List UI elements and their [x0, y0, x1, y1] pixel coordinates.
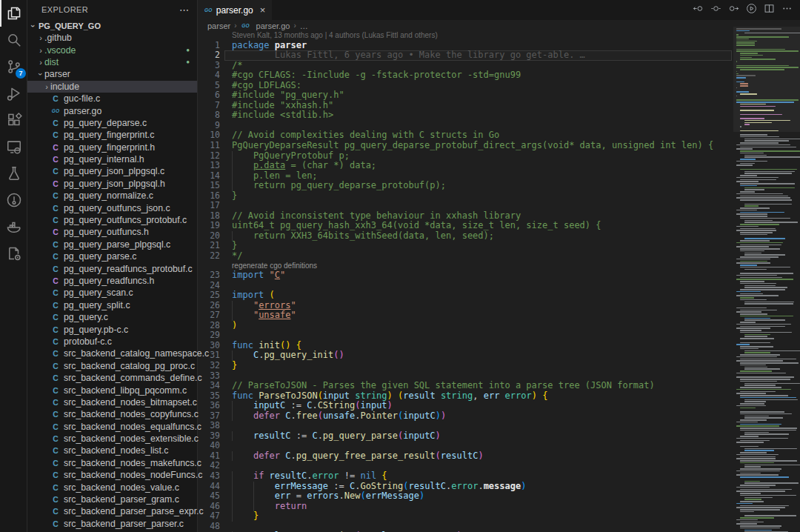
- file-item-src-backend-nodes-value-c[interactable]: ›Csrc_backend_nodes_value.c: [27, 481, 197, 493]
- minimap-line: [740, 234, 767, 236]
- item-label: pg_query_parse_plpgsql.c: [64, 239, 170, 250]
- code-line-3: 3/*: [198, 61, 733, 71]
- toggle-blame-icon[interactable]: [710, 3, 721, 17]
- code-line-5: 5#cgo LDFLAGS:: [198, 81, 733, 91]
- testing-icon[interactable]: [0, 160, 27, 187]
- file-item-src-backend-commands-define-c[interactable]: ›Csrc_backend_commands_define.c: [27, 372, 197, 384]
- minimap-line: [740, 313, 767, 315]
- explorer-header: EXPLORER ⋯: [27, 0, 197, 19]
- file-item-parser-go[interactable]: ›GOparser.go: [27, 104, 197, 116]
- minimap-line: [744, 383, 800, 385]
- file-item-src-backend-nodes-list-c[interactable]: ›Csrc_backend_nodes_list.c: [27, 445, 197, 456]
- minimap-line: [736, 487, 770, 488]
- code-line-8: 8#include <stdlib.h>: [198, 110, 733, 121]
- breadcrumb-symbol[interactable]: …: [300, 21, 308, 30]
- file-item-pg-query-parse-plpgsql-c[interactable]: ›Cpg_query_parse_plpgsql.c: [27, 239, 197, 250]
- minimap-line: [740, 522, 764, 523]
- tab-parser-go[interactable]: GO parser.go ×: [198, 0, 272, 20]
- line-number: 35: [198, 391, 220, 402]
- file-item-src-backend-nodes-extensible-c[interactable]: ›Csrc_backend_nodes_extensible.c: [27, 433, 197, 445]
- minimap-line: [740, 185, 756, 187]
- minimap[interactable]: [733, 27, 800, 532]
- file-item-pg-query-deparse-c[interactable]: ›Cpg_query_deparse.c: [27, 117, 197, 129]
- file-item-src-backend-parser-parser-c[interactable]: ›Csrc_backend_parser_parser.c: [27, 518, 197, 530]
- code-line-21: 21}: [198, 241, 733, 251]
- folder-item-parser[interactable]: ›parser: [27, 68, 197, 80]
- file-item-pg-query-outfuncs-protobuf-c[interactable]: ›Cpg_query_outfuncs_protobuf.c: [27, 214, 197, 226]
- file-item-pg-query-readfuncs-protobuf-c[interactable]: ›Cpg_query_readfuncs_protobuf.c: [27, 262, 197, 274]
- file-item-src-backend-nodes-copyfuncs-c[interactable]: ›Csrc_backend_nodes_copyfuncs.c: [27, 408, 197, 420]
- folder-item--vscode[interactable]: ›.vscode●: [27, 44, 197, 56]
- code-editor[interactable]: Steven Kalt, 13 months ago | 4 authors (…: [198, 31, 733, 532]
- file-item-pg-query-fingerprint-h[interactable]: ›Cpg_query_fingerprint.h: [27, 142, 197, 153]
- file-item-pg-query-readfuncs-h[interactable]: ›Cpg_query_readfuncs.h: [27, 275, 197, 287]
- code-line-41: 41 defer C.pg_query_free_parse_result(re…: [198, 451, 733, 462]
- file-item-pg-query-fingerprint-c[interactable]: ›Cpg_query_fingerprint.c: [27, 129, 197, 141]
- chevron-right-icon: ›: [43, 82, 50, 91]
- folder-item--github[interactable]: ›.github: [27, 32, 197, 44]
- close-icon[interactable]: ×: [260, 5, 266, 15]
- file-item-pg-query-json-plpgsql-h[interactable]: ›Cpg_query_json_plpgsql.h: [27, 178, 197, 190]
- minimap-line: [736, 442, 764, 443]
- minimap-line: [744, 189, 765, 190]
- file-item-pg-query-parse-c[interactable]: ›Cpg_query_parse.c: [27, 250, 197, 262]
- file-item-src-backend-nodes-nodefuncs-c[interactable]: ›Csrc_backend_nodes_nodeFuncs.c: [27, 469, 197, 481]
- file-item-src-backend-catalog-namespace-c[interactable]: ›Csrc_backend_catalog_namespace.c: [27, 348, 197, 359]
- extensions-icon[interactable]: [0, 107, 27, 133]
- minimap-line: [740, 505, 789, 507]
- code-line-2: 2 Lukas Fittl, 6 years ago • Make the li…: [198, 50, 733, 61]
- file-item-guc-file-c[interactable]: ›Cguc-file.c: [27, 93, 197, 104]
- split-editor-icon[interactable]: [764, 3, 775, 17]
- file-item-protobuf-c-c[interactable]: ›Cprotobuf-c.c: [27, 336, 197, 348]
- minimap-line: [736, 324, 791, 325]
- workspace-root-item[interactable]: › PG_QUERY_GO: [27, 19, 197, 32]
- file-item-pg-query-pb-c-c[interactable]: ›Cpg_query.pb-c.c: [27, 323, 197, 335]
- file-item-src-backend-parser-parse-expr-c[interactable]: ›Csrc_backend_parser_parse_expr.c: [27, 505, 197, 517]
- minimap-line: [744, 302, 794, 303]
- file-item-src-backend-libpq-pqcomm-c[interactable]: ›Csrc_backend_libpq_pqcomm.c: [27, 384, 197, 396]
- minimap-line: [744, 33, 800, 34]
- line-content: uint64_t pg_query_hash_xxh3_64(void *dat…: [232, 221, 601, 231]
- file-item-pg-query-outfuncs-h[interactable]: ›Cpg_query_outfuncs.h: [27, 226, 197, 238]
- chevron-right-icon: ›: [37, 33, 44, 42]
- source-control-icon[interactable]: 7: [0, 53, 27, 80]
- file-item-pg-query-split-c[interactable]: ›Cpg_query_split.c: [27, 299, 197, 311]
- file-item-pg-query-outfuncs-json-c[interactable]: ›Cpg_query_outfuncs_json.c: [27, 202, 197, 213]
- code-line-18: 18// Avoid inconsistent type behaviour i…: [198, 211, 733, 222]
- file-item-pg-query-json-plpgsql-c[interactable]: ›Cpg_query_json_plpgsql.c: [27, 165, 197, 177]
- file-item-pg-query-scan-c[interactable]: ›Cpg_query_scan.c: [27, 287, 197, 299]
- open-changes-previous-icon[interactable]: [693, 3, 704, 17]
- c-file-icon: C: [50, 94, 61, 103]
- explorer-icon[interactable]: [0, 0, 27, 27]
- c-file-icon: C: [50, 240, 61, 249]
- run-icon[interactable]: [746, 3, 757, 17]
- indent-guide: [232, 502, 233, 512]
- minimap-line: [744, 140, 790, 142]
- file-item-pg-query-c[interactable]: ›Cpg_query.c: [27, 311, 197, 323]
- minimap-line: [740, 348, 759, 350]
- file-settings-icon[interactable]: [0, 240, 27, 267]
- breadcrumb-file[interactable]: GO parser.go: [241, 21, 290, 30]
- open-changes-next-icon[interactable]: [728, 3, 739, 17]
- code-line-12: 12 PgQueryProtobuf p;: [198, 151, 733, 162]
- remote-explorer-icon[interactable]: [0, 133, 27, 160]
- breadcrumb-folder[interactable]: parser: [207, 21, 230, 30]
- run-debug-icon[interactable]: [0, 80, 27, 107]
- minimap-line: [740, 207, 770, 209]
- file-item-src-backend-catalog-pg-proc-c[interactable]: ›Csrc_backend_catalog_pg_proc.c: [27, 360, 197, 372]
- folder-item-dist[interactable]: ›dist●: [27, 56, 197, 68]
- minimap-line: [736, 376, 794, 378]
- file-item-src-backend-nodes-bitmapset-c[interactable]: ›Csrc_backend_nodes_bitmapset.c: [27, 396, 197, 408]
- minimap-line: [744, 515, 796, 516]
- folder-item-include[interactable]: ›include: [27, 81, 197, 93]
- file-item-src-backend-parser-gram-c[interactable]: ›Csrc_backend_parser_gram.c: [27, 493, 197, 505]
- docker-icon[interactable]: [0, 213, 27, 240]
- file-item-pg-query-normalize-c[interactable]: ›Cpg_query_normalize.c: [27, 190, 197, 202]
- file-item-src-backend-nodes-makefuncs-c[interactable]: ›Csrc_backend_nodes_makefuncs.c: [27, 457, 197, 469]
- gitlens-icon[interactable]: [0, 187, 27, 213]
- file-item-src-backend-nodes-equalfuncs-c[interactable]: ›Csrc_backend_nodes_equalfuncs.c: [27, 421, 197, 433]
- file-item-pg-query-internal-h[interactable]: ›Cpg_query_internal.h: [27, 153, 197, 165]
- search-icon[interactable]: [0, 27, 27, 53]
- more-actions-icon[interactable]: ⋯: [179, 4, 190, 16]
- more-actions-icon[interactable]: [781, 3, 793, 17]
